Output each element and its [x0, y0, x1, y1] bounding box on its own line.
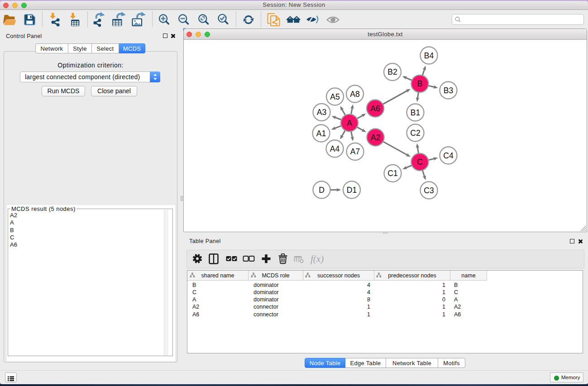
svg-text:A7: A7: [350, 147, 360, 156]
svg-text:B1: B1: [411, 108, 420, 117]
svg-text:A3: A3: [317, 108, 326, 117]
svg-text:D1: D1: [347, 186, 357, 195]
svg-text:C2: C2: [410, 129, 420, 138]
svg-text:C3: C3: [424, 186, 434, 195]
svg-text:A1: A1: [316, 129, 326, 138]
svg-text:B4: B4: [424, 51, 434, 60]
svg-text:C4: C4: [443, 151, 454, 160]
svg-text:C: C: [417, 157, 423, 167]
svg-text:A8: A8: [350, 90, 359, 99]
svg-text:A2: A2: [371, 133, 380, 142]
svg-text:C1: C1: [387, 169, 397, 178]
svg-text:A5: A5: [330, 92, 339, 101]
svg-text:B2: B2: [387, 67, 397, 76]
svg-text:D: D: [319, 186, 325, 195]
svg-text:B: B: [417, 79, 423, 88]
svg-text:B3: B3: [444, 86, 453, 95]
svg-text:A4: A4: [330, 144, 340, 153]
svg-text:A6: A6: [370, 104, 380, 113]
svg-text:A: A: [347, 119, 352, 128]
